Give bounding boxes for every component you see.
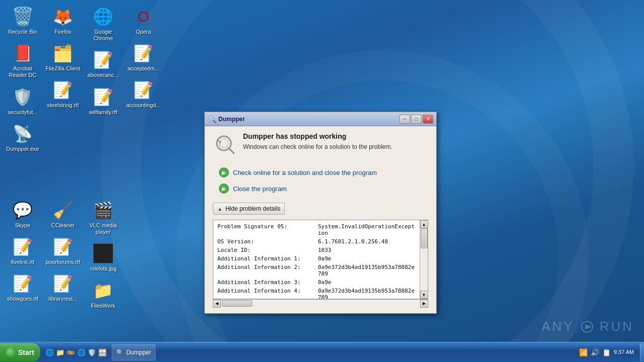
- libraryrest-label: libraryrest...: [48, 296, 77, 302]
- svg-marker-1: [585, 324, 592, 329]
- dialog-body: ? Dumpper has stopped working Windows ca…: [205, 126, 436, 313]
- desktop-icon-poorforums[interactable]: 📝 poorforums.rtf: [43, 233, 83, 269]
- details-key-info3: Additional Information 3:: [217, 279, 318, 286]
- details-val-locale: 1033: [318, 247, 332, 253]
- scrollbar-down-arrow[interactable]: ▼: [420, 291, 428, 299]
- fileswork-icon: 📁: [93, 281, 113, 301]
- action-center-icon[interactable]: 📋: [602, 348, 611, 356]
- desktop-icon-rolelots[interactable]: rolelots.jpg: [83, 239, 123, 276]
- icon-column-0: 🗑️ Recycle Bin 📕 Acrobat Reader DC 🛡️ se…: [3, 3, 43, 156]
- desktop-icon-recycle-bin[interactable]: 🗑️ Recycle Bin: [3, 3, 43, 39]
- icon-column-5: 🧹 CCleaner 📝 poorforums.rtf 📝 libraryres…: [43, 196, 83, 307]
- desktop-icon-showgoes[interactable]: 📝 showgoes.rtf: [3, 269, 43, 306]
- desktop-icon-fileswork[interactable]: 📁 FilesWork: [83, 277, 123, 313]
- desktop-icon-willfamily[interactable]: 📝 willfamily.rtf: [83, 83, 123, 120]
- details-button-label: Hide problem details: [225, 205, 280, 212]
- folder-taskbar-icon[interactable]: 📁: [56, 348, 64, 356]
- desktop-icon-opera[interactable]: O Opera: [123, 3, 164, 39]
- icon-column-4: 💬 Skype 📝 fivelink.rtf 📝 showgoes.rtf: [3, 196, 43, 307]
- desktop-icon-skype[interactable]: 💬 Skype: [3, 196, 43, 233]
- horizontal-scrollbar[interactable]: ◀ ▶: [213, 299, 428, 307]
- desktop-icon-ccleaner[interactable]: 🧹 CCleaner: [43, 196, 83, 233]
- windows-taskbar-icon[interactable]: 🪟: [98, 348, 107, 356]
- chrome-taskbar-icon[interactable]: 🌐: [77, 348, 86, 356]
- desktop-icon-libraryrest[interactable]: 📝 libraryrest...: [43, 269, 83, 306]
- opera-label: Opera: [136, 29, 151, 35]
- dialog-controls: ─ □ ✕: [399, 115, 433, 124]
- anyrun-text: ANY: [541, 319, 574, 334]
- details-key-info4: Additional Information 4:: [217, 288, 318, 299]
- desktop-icon-filezilla[interactable]: 🗂️ FileZilla Client: [43, 39, 83, 76]
- anyrun-watermark: ANY RUN: [541, 319, 634, 334]
- dialog-title-text: Dumpper: [218, 116, 245, 123]
- details-key-info2: Additional Information 2:: [217, 264, 318, 277]
- network-tray-icon[interactable]: 📶: [579, 348, 588, 356]
- check-online-label: Check online for a solution and close th…: [233, 169, 377, 176]
- ie-taskbar-icon[interactable]: 🌐: [45, 348, 54, 356]
- dumpper-taskbar-label: Dumpper: [126, 349, 151, 356]
- media-taskbar-icon[interactable]: 🎞️: [66, 348, 75, 356]
- acceptedm-icon: 📝: [133, 43, 153, 63]
- volume-tray-icon[interactable]: 🔊: [591, 348, 599, 356]
- dialog-maximize-button[interactable]: □: [411, 115, 422, 124]
- desktop-icon-firefox[interactable]: 🦊 Firefox: [43, 3, 83, 39]
- desktop-icon-fivelink[interactable]: 📝 fivelink.rtf: [3, 233, 43, 269]
- details-val-sig05: System.InvalidOperationException: [318, 223, 416, 236]
- details-val-info1: 0a9e: [318, 255, 332, 262]
- icon-column-2: 🌐 Google Chrome 📝 abovecanc... 📝 willfam…: [83, 3, 123, 120]
- details-arrow-icon: ▲: [217, 206, 222, 212]
- steelstring-label: steelstring.rtf: [47, 102, 79, 109]
- rolelots-icon: [93, 243, 113, 263]
- chrome-icon: 🌐: [93, 7, 113, 27]
- desktop-icon-dumpper[interactable]: 📡 Dumpper.exe: [3, 120, 43, 156]
- show-desktop-button[interactable]: [640, 343, 644, 361]
- details-row-info4: Additional Information 4: 0a9e372d3b4ad1…: [217, 287, 416, 299]
- details-row-locale: Locale ID: 1033: [217, 246, 416, 254]
- icon-column-6: 🎬 VLC media player rolelots.jpg 📁 FilesW…: [83, 196, 123, 313]
- dialog-close-button[interactable]: ✕: [423, 115, 433, 124]
- acceptedm-label: acceptedm...: [128, 65, 159, 72]
- abovecanc-label: abovecanc...: [88, 72, 119, 78]
- dialog-minimize-button[interactable]: ─: [399, 115, 410, 124]
- dumpper-icon: 📡: [13, 124, 33, 144]
- desktop-icon-securityfut[interactable]: 🛡️ securityfut...: [3, 83, 43, 120]
- problem-details-button[interactable]: ▲ Hide problem details: [213, 203, 285, 215]
- scrollbar-thumb[interactable]: [421, 228, 428, 248]
- action-close-program[interactable]: ▶ Close the program: [217, 180, 428, 197]
- dialog-titlebar: 🔍 Dumpper ─ □ ✕: [205, 112, 436, 126]
- details-panel: Problem Signature 05: System.InvalidOper…: [213, 220, 428, 299]
- scrollbar-h-track[interactable]: [221, 300, 420, 308]
- desktop-icon-vlc[interactable]: 🎬 VLC media player: [83, 196, 123, 239]
- desktop-icon-acrobat[interactable]: 📕 Acrobat Reader DC: [3, 39, 43, 82]
- scrollbar-right-arrow[interactable]: ▶: [420, 300, 428, 308]
- details-row-info2: Additional Information 2: 0a9e372d3b4ad1…: [217, 263, 416, 278]
- scrollbar-up-arrow[interactable]: ▲: [420, 220, 428, 228]
- scrollbar-left-arrow[interactable]: ◀: [213, 300, 221, 308]
- willfamily-icon: 📝: [93, 87, 113, 107]
- skype-icon: 💬: [13, 200, 33, 220]
- shield-taskbar-icon[interactable]: 🛡️: [88, 348, 96, 356]
- vertical-scrollbar[interactable]: ▲ ▼: [420, 220, 428, 299]
- poorforums-icon: 📝: [53, 237, 73, 257]
- taskbar-dumpper-item[interactable]: 🔍 Dumpper: [112, 344, 155, 360]
- acrobat-label: Acrobat Reader DC: [5, 65, 41, 78]
- details-key-os: OS Version:: [217, 238, 318, 245]
- desktop-icon-chrome[interactable]: 🌐 Google Chrome: [83, 3, 123, 46]
- icon-column-1: 🦊 Firefox 🗂️ FileZilla Client 📝 steelstr…: [43, 3, 83, 113]
- desktop-icon-steelstring[interactable]: 📝 steelstring.rtf: [43, 76, 83, 113]
- action-check-online[interactable]: ▶ Check online for a solution and close …: [217, 164, 428, 180]
- details-key-sig05: Problem Signature 05:: [217, 223, 318, 236]
- desktop-icon-acceptedm[interactable]: 📝 acceptedm...: [123, 39, 164, 76]
- desktop: 🗑️ Recycle Bin 📕 Acrobat Reader DC 🛡️ se…: [0, 0, 644, 362]
- details-scroll-area[interactable]: Problem Signature 05: System.InvalidOper…: [213, 220, 420, 299]
- details-val-info4: 0a9e372d3b4ad19135b953a78882e789: [318, 288, 416, 299]
- dialog-main-title: Dumpper has stopped working: [243, 132, 392, 140]
- dialog-title-icon: 🔍: [208, 115, 216, 123]
- dialog-title-left: 🔍 Dumpper: [208, 115, 245, 123]
- details-row-os: OS Version: 6.1.7601.2.1.0.256.48: [217, 237, 416, 246]
- details-val-info3: 0a9e: [318, 279, 332, 286]
- desktop-icon-abovecanc[interactable]: 📝 abovecanc...: [83, 46, 123, 82]
- start-button[interactable]: Start: [0, 343, 40, 361]
- desktop-icon-accountingd[interactable]: 📝 accountingd...: [123, 76, 164, 113]
- scrollbar-h-thumb[interactable]: [222, 300, 252, 307]
